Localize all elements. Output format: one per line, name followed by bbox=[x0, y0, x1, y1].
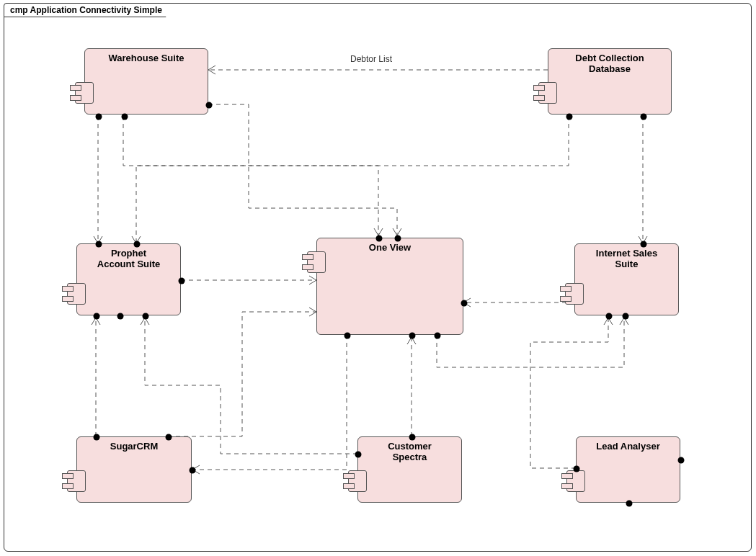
component-warehouse-suite[interactable]: Warehouse Suite bbox=[84, 48, 208, 115]
component-icon bbox=[75, 82, 94, 104]
component-customer-spectra[interactable]: Customer Spectra bbox=[357, 436, 462, 503]
component-icon bbox=[307, 251, 326, 273]
diagram-frame: cmp Application Connectivity Simple bbox=[4, 3, 752, 552]
component-icon bbox=[67, 283, 86, 305]
component-prophet-account-suite[interactable]: Prophet Account Suite bbox=[76, 243, 181, 315]
component-title: Prophet Account Suite bbox=[77, 248, 180, 270]
component-debt-collection-database[interactable]: Debt Collection Database bbox=[548, 48, 672, 115]
component-icon bbox=[566, 470, 585, 492]
component-lead-analyser[interactable]: Lead Analyser bbox=[576, 436, 680, 503]
component-title: Customer Spectra bbox=[358, 441, 461, 463]
component-title: Debt Collection Database bbox=[548, 53, 671, 75]
component-icon bbox=[565, 283, 584, 305]
component-title: SugarCRM bbox=[77, 441, 191, 452]
connector-label-debtor-list: Debtor List bbox=[350, 54, 392, 64]
component-internet-sales-suite[interactable]: Internet Sales Suite bbox=[574, 243, 679, 315]
component-title: Internet Sales Suite bbox=[575, 248, 678, 270]
component-icon bbox=[538, 82, 557, 104]
component-one-view[interactable]: One View bbox=[316, 238, 463, 335]
component-title: Warehouse Suite bbox=[85, 53, 208, 64]
component-title: One View bbox=[317, 243, 463, 254]
component-icon bbox=[67, 470, 86, 492]
component-title: Lead Analyser bbox=[577, 441, 680, 452]
component-sugarcrm[interactable]: SugarCRM bbox=[76, 436, 192, 503]
component-icon bbox=[348, 470, 367, 492]
